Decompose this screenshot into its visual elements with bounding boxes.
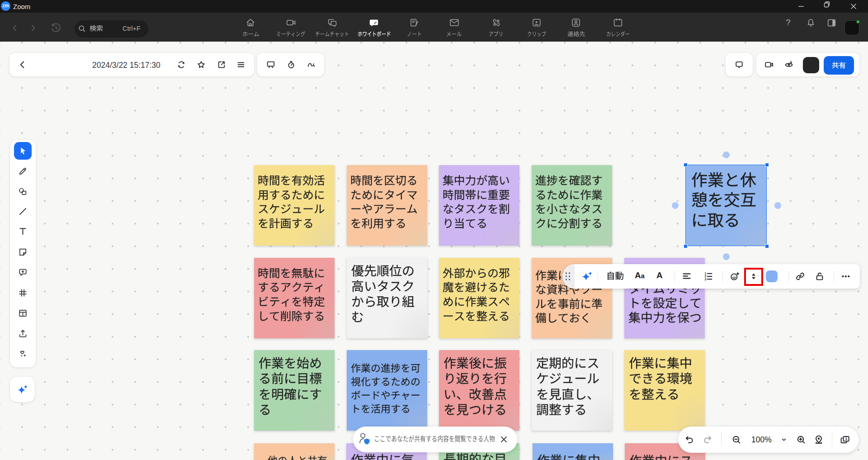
svg-text:3: 3 xyxy=(704,278,706,281)
svg-text:1: 1 xyxy=(845,436,848,441)
